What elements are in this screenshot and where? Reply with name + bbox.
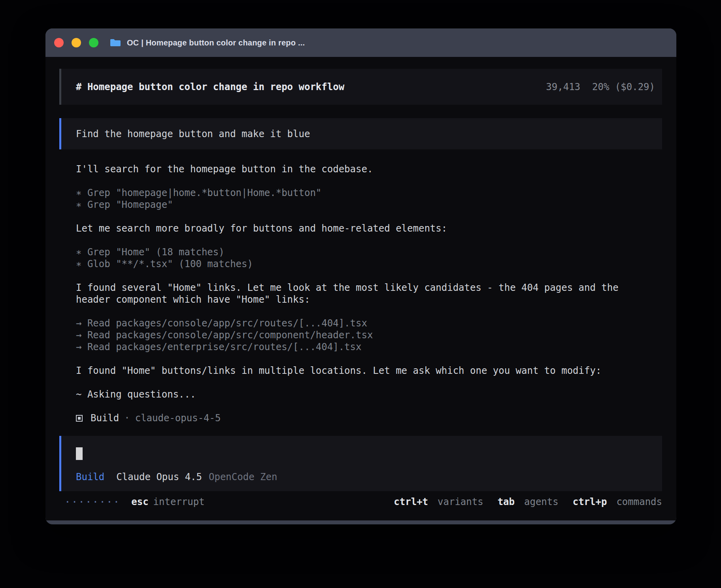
assistant-text: I found "Home" buttons/links in multiple…: [76, 365, 642, 377]
status-left: ········ esc interrupt: [64, 496, 205, 508]
assistant-text: I'll search for the homepage button in t…: [76, 163, 642, 175]
assistant-text: I found several "Home" links. Let me loo…: [76, 282, 642, 305]
context-usage: 20% ($0.29): [592, 81, 655, 92]
file-read: → Read packages/enterprise/src/routes/[.…: [76, 341, 642, 353]
tool-call: ∗ Grep "Homepage": [76, 199, 642, 211]
prompt-input[interactable]: Build Claude Opus 4.5 OpenCode Zen: [59, 436, 662, 491]
model-line: Build Claude Opus 4.5 OpenCode Zen: [76, 471, 646, 483]
text-cursor: [76, 447, 83, 460]
folder-icon: [109, 38, 121, 47]
session-stats: 39,413 20% ($0.29): [546, 81, 655, 92]
user-message-text: Find the homepage button and make it blu…: [76, 128, 310, 139]
working-status: ~ Asking questions...: [76, 388, 642, 400]
agent-name: Build: [91, 412, 119, 424]
tool-call: ∗ Grep "homepage|home.*button|Home.*butt…: [76, 187, 642, 199]
window-title: OC | Homepage button color change in rep…: [127, 38, 305, 47]
esc-key-hint: esc: [131, 496, 148, 507]
terminal-content: # Homepage button color change in repo w…: [45, 57, 676, 520]
tool-call: ∗ Grep "Home" (18 matches): [76, 246, 642, 258]
status-bar: ········ esc interrupt ctrl+t variants t…: [64, 496, 662, 508]
input-provider-label: OpenCode Zen: [209, 471, 277, 483]
agent-status-row: Build · claude-opus-4-5: [76, 412, 642, 424]
esc-key-label: interrupt: [153, 496, 205, 507]
titlebar[interactable]: OC | Homepage button color change in rep…: [45, 28, 676, 57]
session-header: # Homepage button color change in repo w…: [59, 69, 662, 105]
status-right: ctrl+t variants tab agents ctrl+p comman…: [394, 496, 662, 507]
user-message: Find the homepage button and make it blu…: [59, 118, 662, 149]
input-model-label[interactable]: Claude Opus 4.5: [116, 471, 202, 483]
terminal-window: OC | Homepage button color change in rep…: [45, 28, 676, 524]
zoom-button[interactable]: [89, 38, 98, 47]
file-read: → Read packages/console/app/src/routes/[…: [76, 317, 642, 329]
spinner-dots: ········: [64, 496, 120, 508]
shortcut-commands: ctrl+p commands: [573, 496, 662, 507]
minimize-button[interactable]: [72, 38, 81, 47]
tool-call: ∗ Glob "**/*.tsx" (100 matches): [76, 258, 642, 270]
square-dot-icon: [76, 415, 83, 422]
transcript: I'll search for the homepage button in t…: [76, 163, 642, 424]
shortcut-agents: tab agents: [498, 496, 559, 507]
session-title: # Homepage button color change in repo w…: [76, 81, 344, 92]
agent-model: claude-opus-4-5: [135, 412, 221, 424]
shortcut-variants: ctrl+t variants: [394, 496, 483, 507]
traffic-lights: [54, 38, 98, 47]
token-count: 39,413: [546, 81, 580, 92]
separator-dot: ·: [124, 412, 130, 424]
close-button[interactable]: [54, 38, 64, 47]
file-read: → Read packages/console/app/src/componen…: [76, 329, 642, 341]
assistant-text: Let me search more broadly for buttons a…: [76, 222, 642, 234]
input-agent-label[interactable]: Build: [76, 471, 104, 483]
